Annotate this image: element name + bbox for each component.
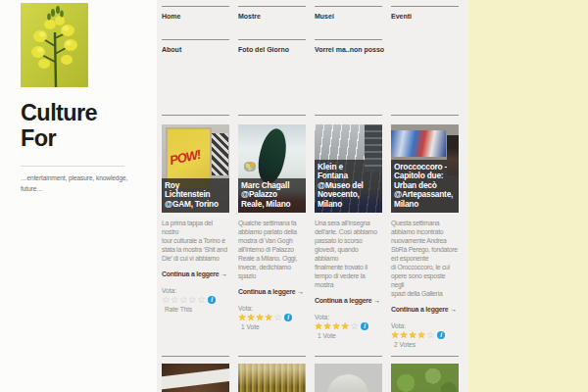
main-navigation: HomeMostreMuseiEventiAboutFoto del Giorn… (157, 0, 468, 73)
rapeseed-flower-illustration (21, 3, 88, 87)
culture-for-blog-page: { "colors": { "outer_background": "#f5f3… (0, 0, 588, 392)
star-filled-icon[interactable]: ★ (323, 320, 332, 331)
sidebar: Culture For …entertainment, pleasure, kn… (0, 0, 157, 392)
post-title-link[interactable]: Oroccoccoro – Capitolo due: Urban decò @… (391, 160, 459, 213)
read-more-link[interactable]: Continua a leggere → (315, 297, 382, 304)
post-excerpt: Una sera all’insegna dell’arte. Così abb… (315, 220, 382, 290)
site-title[interactable]: Culture For (21, 100, 136, 152)
post-title-link[interactable]: Roy Lichtenstein @GAM, Torino (162, 178, 229, 213)
post-thumbnail-bronze-face-with-white-headband[interactable] (162, 364, 229, 392)
post-excerpt: Questa settimana abbiamo incontrato nuov… (391, 220, 459, 299)
star-filled-icon[interactable]: ★ (341, 320, 350, 331)
post-thumbnail-museum-interior-neon-ceiling[interactable]: Klein e Fontana @Museo del Novecento, Mi… (315, 124, 382, 213)
post-thumbnail-chagall-painting-green-figure[interactable]: Marc Chagall @Palazzo Reale, Milano (238, 124, 306, 213)
star-rating-widget[interactable]: ★★★★☆i (238, 313, 306, 322)
vote-count: Rate This (162, 306, 229, 313)
star-filled-icon[interactable]: ★ (265, 312, 273, 322)
rating-info-icon[interactable]: i (208, 296, 216, 304)
star-filled-icon[interactable]: ★ (400, 329, 409, 340)
star-rating-widget[interactable]: ☆☆☆☆☆i (162, 295, 229, 305)
vote-label: Vota: (391, 322, 459, 329)
post-thumbnail-graffiti-mural-with-artist[interactable]: Oroccoccoro – Capitolo due: Urban decò @… (391, 124, 459, 213)
post-card: Klein e Fontana @Museo del Novecento, Mi… (315, 115, 382, 356)
vote-count: 2 Votes (391, 341, 459, 348)
post-card (315, 356, 382, 392)
vote-label: Vota: (238, 305, 306, 312)
star-filled-icon[interactable]: ★ (315, 320, 323, 331)
nav-item-mostre[interactable]: Mostre (238, 6, 306, 39)
vote-label: Vota: (162, 287, 229, 294)
read-more-link[interactable]: Continua a leggere → (391, 306, 459, 313)
star-filled-icon[interactable]: ★ (391, 329, 400, 340)
nav-item-about[interactable]: About (162, 39, 229, 73)
star-filled-icon[interactable]: ★ (247, 312, 256, 322)
site-logo-flower-image (21, 3, 88, 87)
post-card: Oroccoccoro – Capitolo due: Urban decò @… (391, 115, 459, 356)
read-more-link[interactable]: Continua a leggere → (162, 270, 229, 277)
post-thumbnail-lichtenstein-pow-painting-on-gallery-wall[interactable]: POW! Roy Lichtenstein @GAM, Torino (162, 124, 229, 213)
nav-item-musei[interactable]: Musei (315, 6, 382, 39)
site-tagline: …entertainment, pleasure, knowledge, fut… (21, 173, 136, 194)
post-thumbnail-golden-textured-wall[interactable] (238, 364, 306, 392)
post-card (162, 356, 229, 392)
post-card: POW! Roy Lichtenstein @GAM, Torino La pr… (162, 115, 229, 356)
star-empty-icon[interactable]: ☆ (350, 320, 359, 331)
post-thumbnail-white-dome-building[interactable] (315, 364, 382, 392)
post-thumbnail-trees-and-brick-building[interactable] (391, 364, 459, 392)
star-rating-widget[interactable]: ★★★★☆i (391, 330, 459, 340)
post-excerpt: La prima tappa del nostro tour culturale… (162, 220, 229, 264)
posts-grid: POW! Roy Lichtenstein @GAM, Torino La pr… (157, 115, 468, 392)
rating-info-icon[interactable]: i (361, 322, 368, 330)
post-title-link[interactable]: Marc Chagall @Palazzo Reale, Milano (238, 178, 306, 213)
nav-item-foto-del-giorno[interactable]: Foto del Giorno (238, 39, 306, 73)
vote-count: 1 Vote (315, 332, 382, 339)
rating-info-icon[interactable]: i (284, 314, 292, 321)
star-empty-icon[interactable]: ☆ (162, 294, 171, 305)
star-filled-icon[interactable]: ★ (409, 329, 417, 340)
post-title-link[interactable]: Klein e Fontana @Museo del Novecento, Mi… (315, 160, 382, 213)
star-empty-icon[interactable]: ☆ (188, 294, 197, 305)
star-empty-icon[interactable]: ☆ (273, 312, 282, 322)
star-empty-icon[interactable]: ☆ (179, 294, 188, 305)
read-more-link[interactable]: Continua a leggere → (238, 288, 306, 295)
star-filled-icon[interactable]: ★ (238, 312, 247, 322)
star-filled-icon[interactable]: ★ (417, 329, 426, 340)
vote-label: Vota: (315, 314, 382, 320)
nav-item-home[interactable]: Home (162, 6, 229, 39)
star-rating-widget[interactable]: ★★★★☆i (315, 321, 382, 331)
vote-count: 1 Vote (238, 323, 306, 330)
main-area: HomeMostreMuseiEventiAboutFoto del Giorn… (157, 0, 468, 392)
artwork-pow-text: POW! (169, 147, 202, 168)
post-card: Marc Chagall @Palazzo Reale, Milano Qual… (238, 115, 306, 356)
star-filled-icon[interactable]: ★ (332, 320, 341, 331)
nav-item-vorrei-ma-non-posso[interactable]: Vorrei ma..non posso (315, 39, 382, 73)
post-card (238, 356, 306, 392)
star-empty-icon[interactable]: ☆ (426, 329, 435, 340)
star-empty-icon[interactable]: ☆ (171, 294, 179, 305)
post-card (391, 356, 459, 392)
post-excerpt: Qualche settimana fa abbiamo parlato del… (238, 220, 306, 281)
rating-info-icon[interactable]: i (437, 331, 445, 339)
sidebar-divider (21, 166, 124, 167)
star-empty-icon[interactable]: ☆ (197, 294, 206, 305)
star-filled-icon[interactable]: ★ (256, 312, 265, 322)
nav-item-eventi[interactable]: Eventi (391, 6, 459, 39)
